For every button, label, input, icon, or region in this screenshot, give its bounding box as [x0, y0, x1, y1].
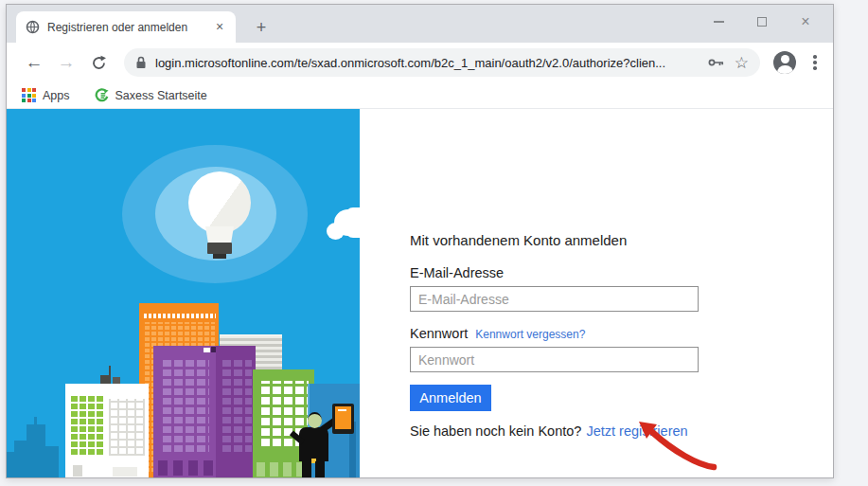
- password-label: Kennwort: [410, 326, 468, 341]
- hero-illustration: [7, 109, 360, 477]
- password-key-button[interactable]: [708, 57, 725, 68]
- bookmark-saxess-label: Saxess Startseite: [115, 89, 207, 102]
- bookmarks-bar: Apps Saxess Startseite: [7, 82, 833, 109]
- bookmark-apps[interactable]: Apps: [22, 88, 70, 102]
- back-button[interactable]: ←: [20, 48, 48, 77]
- bookmark-saxess[interactable]: Saxess Startseite: [95, 88, 207, 102]
- key-icon: [708, 57, 725, 68]
- page-content: Mit vorhandenem Konto anmelden E-Mail-Ad…: [7, 109, 833, 477]
- window-controls: ×: [697, 5, 827, 39]
- register-link[interactable]: Jetzt registrieren: [586, 423, 687, 439]
- signup-line: Sie haben noch kein Konto?Jetzt registri…: [410, 423, 833, 439]
- bookmark-apps-label: Apps: [43, 89, 70, 102]
- email-field[interactable]: [410, 286, 699, 312]
- browser-toolbar: ← → login.microsoftonline.com/te/sxad.on…: [7, 43, 833, 82]
- browser-menu-button[interactable]: [806, 51, 824, 74]
- maximize-icon: [757, 17, 767, 27]
- forward-button[interactable]: →: [52, 48, 80, 77]
- tab-strip: Registrieren oder anmelden × + ×: [7, 5, 833, 43]
- address-bar[interactable]: login.microsoftonline.com/te/sxad.onmicr…: [124, 48, 760, 77]
- form-heading: Mit vorhandenem Konto anmelden: [410, 232, 833, 248]
- tab-close-icon[interactable]: ×: [211, 19, 228, 36]
- saxess-favicon-icon: [95, 88, 109, 102]
- minimize-button[interactable]: [697, 8, 740, 36]
- tab-title: Registrieren oder anmelden: [47, 21, 211, 34]
- reload-button[interactable]: [84, 48, 113, 77]
- new-tab-button[interactable]: +: [249, 16, 274, 41]
- building-purple: [153, 346, 216, 477]
- annotation-arrow: [611, 409, 734, 480]
- apps-grid-icon: [22, 88, 36, 102]
- desktop: Registrieren oder anmelden × + × ← →: [0, 0, 868, 486]
- close-window-button[interactable]: ×: [784, 8, 827, 36]
- lightbulb-icon: [188, 171, 251, 234]
- browser-window: Registrieren oder anmelden × + × ← →: [6, 4, 834, 478]
- login-form: Mit vorhandenem Konto anmelden E-Mail-Ad…: [360, 109, 833, 477]
- sign-in-button[interactable]: Anmelden: [410, 385, 491, 411]
- lock-icon: [135, 56, 147, 69]
- profile-avatar-button[interactable]: [773, 51, 796, 74]
- tablet-icon: [332, 404, 354, 434]
- globe-favicon-icon: [26, 20, 40, 34]
- url-text: login.microsoftonline.com/te/sxad.onmicr…: [155, 56, 699, 70]
- email-label: E-Mail-Adresse: [410, 265, 504, 280]
- browser-tab[interactable]: Registrieren oder anmelden ×: [16, 11, 236, 43]
- minimize-icon: [714, 21, 724, 23]
- signup-text: Sie haben noch kein Konto?: [410, 423, 581, 439]
- maximize-button[interactable]: [740, 8, 784, 36]
- forgot-password-link[interactable]: Kennwort vergessen?: [475, 328, 585, 341]
- building-white: [65, 384, 149, 477]
- password-field[interactable]: [410, 347, 699, 372]
- avatar-icon: [781, 55, 789, 63]
- password-row: KennwortKennwort vergessen?: [410, 325, 833, 372]
- bookmark-star-button[interactable]: ☆: [735, 55, 749, 71]
- email-row: E-Mail-Adresse: [410, 264, 833, 312]
- close-icon: ×: [801, 13, 809, 30]
- reload-icon: [91, 55, 107, 71]
